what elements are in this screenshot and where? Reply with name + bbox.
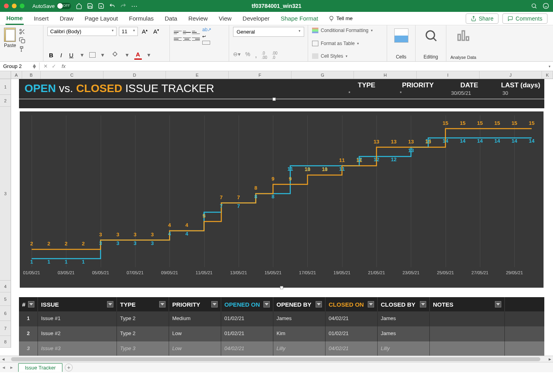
italic-button[interactable]: I: [59, 51, 64, 59]
tab-review[interactable]: Review: [188, 13, 209, 24]
comma-icon[interactable]: ,: [255, 51, 257, 60]
table-row[interactable]: 3Issue #3Type 3Low04/02/21Lilly04/02/21L…: [19, 341, 544, 356]
font-color-button[interactable]: A: [134, 50, 142, 60]
ribbon-analyse[interactable]: Analyse Data: [446, 25, 480, 61]
tab-insert[interactable]: Insert: [33, 13, 50, 24]
grow-font-icon[interactable]: A▴: [140, 27, 149, 36]
tab-page-layout[interactable]: Page Layout: [84, 13, 118, 24]
filter-icon[interactable]: [368, 301, 374, 307]
qat-more-icon[interactable]: ⋯: [131, 2, 137, 10]
col-header-F[interactable]: F: [229, 71, 292, 79]
bold-button[interactable]: B: [47, 51, 55, 59]
horizontal-scrollbar[interactable]: ◂ ▸: [0, 356, 553, 362]
align-right-icon[interactable]: [192, 36, 200, 42]
share-button[interactable]: Share: [466, 13, 498, 24]
th-priority[interactable]: PRIORITY: [169, 297, 221, 311]
tab-draw[interactable]: Draw: [59, 13, 74, 24]
row-header-8[interactable]: 8: [0, 336, 11, 348]
th-opened_by[interactable]: OPENED BY: [273, 297, 325, 311]
fill-color-button[interactable]: [110, 51, 120, 60]
border-button[interactable]: [89, 52, 96, 58]
decrease-decimal-icon[interactable]: .00.0: [272, 51, 277, 60]
ribbon-cells[interactable]: Cells: [387, 25, 416, 61]
filter-icon[interactable]: [420, 301, 426, 307]
row-header-2[interactable]: 2: [0, 95, 11, 107]
wrap-text-icon[interactable]: ↩: [202, 34, 211, 39]
cut-icon[interactable]: [19, 28, 26, 35]
th-num[interactable]: #: [19, 297, 38, 311]
scroll-right-icon[interactable]: ▸: [547, 356, 553, 362]
row-header-6[interactable]: 6: [0, 306, 11, 321]
col-header-B[interactable]: B: [22, 71, 41, 79]
align-center-icon[interactable]: [183, 36, 191, 42]
ribbon-editing[interactable]: Editing: [416, 25, 446, 61]
search-icon[interactable]: [531, 3, 537, 9]
th-opened_on[interactable]: OPENED ON: [221, 297, 273, 311]
save-as-icon[interactable]: [98, 3, 104, 9]
number-format-select[interactable]: General▾: [233, 27, 304, 37]
redo-icon[interactable]: [120, 3, 126, 9]
copy-icon[interactable]: [19, 37, 26, 43]
filter-icon[interactable]: [211, 301, 218, 307]
increase-decimal-icon[interactable]: .0.00: [261, 51, 267, 60]
scroll-left-icon[interactable]: ◂: [0, 356, 6, 362]
align-middle-icon[interactable]: [183, 30, 191, 35]
autosave-switch[interactable]: OFF: [57, 3, 71, 9]
th-closed_by[interactable]: CLOSED BY: [378, 297, 430, 311]
filter-icon[interactable]: [263, 301, 270, 307]
undo-icon[interactable]: [109, 3, 115, 9]
col-header-I[interactable]: I: [417, 71, 480, 79]
home-icon[interactable]: [76, 3, 82, 9]
row-header-7[interactable]: 7: [0, 321, 11, 336]
th-closed_on[interactable]: CLOSED ON: [325, 297, 378, 311]
close-window[interactable]: [4, 4, 9, 8]
orientation-icon[interactable]: ab↗: [202, 27, 211, 32]
col-header-C[interactable]: C: [41, 71, 103, 79]
selection-handle-bottom[interactable]: [280, 286, 283, 289]
tab-home[interactable]: Home: [6, 12, 24, 25]
tellme[interactable]: Tell me: [329, 15, 353, 21]
font-name-select[interactable]: Calibri (Body)▾: [47, 27, 117, 36]
format-painter-icon[interactable]: [19, 46, 26, 52]
select-all-corner[interactable]: [0, 71, 11, 79]
row-header-1[interactable]: 1: [0, 79, 11, 95]
align-left-icon[interactable]: [174, 36, 182, 42]
col-header-H[interactable]: H: [354, 71, 417, 79]
next-sheet-icon[interactable]: ▸: [10, 364, 16, 370]
align-top-icon[interactable]: [174, 30, 182, 35]
row-header-3[interactable]: 3: [0, 107, 11, 281]
format-as-table-button[interactable]: Format as Table ▾: [312, 40, 383, 47]
tab-view[interactable]: View: [218, 13, 232, 24]
currency-icon[interactable]: ⊖▾: [233, 51, 241, 60]
maximize-window[interactable]: [20, 4, 24, 8]
underline-button[interactable]: U: [68, 51, 75, 59]
font-size-select[interactable]: 11▾: [119, 27, 138, 36]
tab-data[interactable]: Data: [164, 13, 178, 24]
minimize-window[interactable]: [12, 4, 17, 8]
col-header-D[interactable]: D: [103, 71, 166, 79]
align-bottom-icon[interactable]: [192, 30, 200, 35]
col-header-E[interactable]: E: [166, 71, 229, 79]
fx-label[interactable]: fx: [62, 63, 66, 69]
th-issue[interactable]: ISSUE: [38, 297, 117, 311]
tab-formulas[interactable]: Formulas: [128, 13, 154, 24]
sheet-tab-active[interactable]: Issue Tracker: [18, 363, 62, 372]
name-box[interactable]: Group 2: [0, 62, 40, 70]
row-header-5[interactable]: 5: [0, 292, 11, 306]
selection-handle-top[interactable]: [273, 98, 276, 101]
paste-icon[interactable]: [4, 28, 16, 42]
th-type[interactable]: TYPE: [117, 297, 169, 311]
tab-shape-format[interactable]: Shape Format: [280, 13, 319, 24]
col-header-J[interactable]: J: [480, 71, 542, 79]
scroll-thumb[interactable]: [11, 357, 540, 361]
issue-chart[interactable]: 01/05/2103/05/2105/05/2107/05/2109/05/21…: [19, 111, 544, 288]
filter-icon[interactable]: [107, 301, 113, 307]
col-header-G[interactable]: G: [292, 71, 354, 79]
worksheet[interactable]: 12345678 OPEN vs. CLOSED ISSUE TRACKER T…: [0, 79, 553, 372]
fx-cancel-icon[interactable]: ✕: [43, 63, 48, 69]
percent-icon[interactable]: %: [245, 51, 250, 60]
table-row[interactable]: 1Issue #1Type 2Medium01/02/21James04/02/…: [19, 311, 544, 326]
conditional-formatting-button[interactable]: Conditional Formatting ▾: [312, 27, 383, 34]
add-sheet-button[interactable]: +: [65, 364, 73, 371]
autosave-toggle[interactable]: AutoSave OFF: [32, 3, 71, 9]
